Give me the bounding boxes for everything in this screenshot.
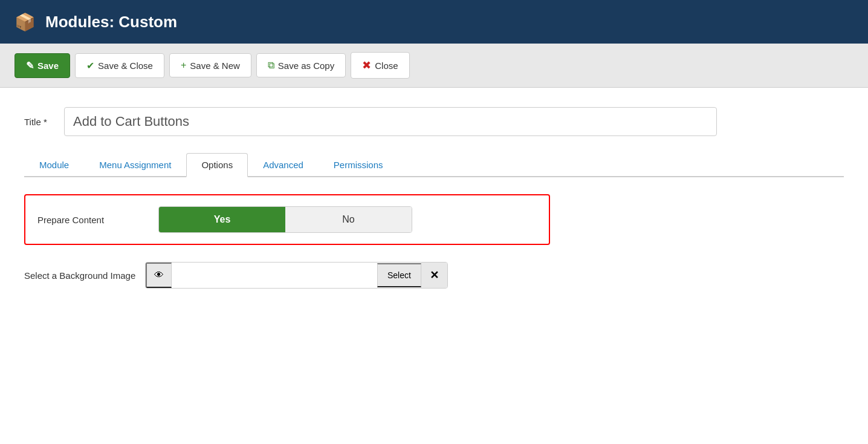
tab-permissions[interactable]: Permissions <box>319 153 398 176</box>
save-copy-button[interactable]: ⧉ Save as Copy <box>256 53 346 77</box>
save-close-button[interactable]: ✔ Save & Close <box>75 53 164 78</box>
page-title: Modules: Custom <box>45 13 177 31</box>
close-button[interactable]: ✖ Close <box>351 52 409 79</box>
save-button[interactable]: ✎ Save <box>15 53 70 78</box>
background-image-row: Select a Background Image 👁 Select ✕ <box>24 262 844 289</box>
tab-module[interactable]: Module <box>24 153 84 176</box>
title-input[interactable] <box>64 107 717 136</box>
toolbar: ✎ Save ✔ Save & Close + Save & New ⧉ Sav… <box>0 44 868 88</box>
bg-image-controls: 👁 Select ✕ <box>145 262 448 289</box>
tab-menu-assignment[interactable]: Menu Assignment <box>84 153 186 176</box>
page-header: 📦 Modules: Custom <box>0 0 868 44</box>
plus-icon: + <box>181 60 186 71</box>
save-new-button[interactable]: + Save & New <box>169 53 251 77</box>
prepare-content-section: Prepare Content Yes No <box>24 194 550 245</box>
title-row: Title * <box>24 107 844 136</box>
yes-button[interactable]: Yes <box>159 207 285 232</box>
bg-image-label: Select a Background Image <box>24 269 145 282</box>
title-label: Title * <box>24 117 54 127</box>
checkmark-icon: ✔ <box>86 60 94 71</box>
main-content: Title * Module Menu Assignment Options A… <box>0 88 868 444</box>
tabs-bar: Module Menu Assignment Options Advanced … <box>24 153 844 177</box>
eye-icon: 👁 <box>154 270 164 281</box>
modules-icon: 📦 <box>15 12 36 32</box>
bg-image-input[interactable] <box>172 264 377 286</box>
prepare-content-toggle: Yes No <box>158 206 412 233</box>
prepare-content-label: Prepare Content <box>37 215 158 225</box>
times-icon: ✕ <box>430 269 439 281</box>
preview-button[interactable]: 👁 <box>146 263 172 288</box>
select-button[interactable]: Select <box>377 263 421 287</box>
clear-button[interactable]: ✕ <box>421 263 447 288</box>
tab-options[interactable]: Options <box>186 153 248 177</box>
close-icon: ✖ <box>362 59 371 72</box>
save-icon: ✎ <box>26 60 34 71</box>
copy-icon: ⧉ <box>268 60 274 71</box>
no-button[interactable]: No <box>285 207 412 232</box>
tab-advanced[interactable]: Advanced <box>248 153 319 176</box>
